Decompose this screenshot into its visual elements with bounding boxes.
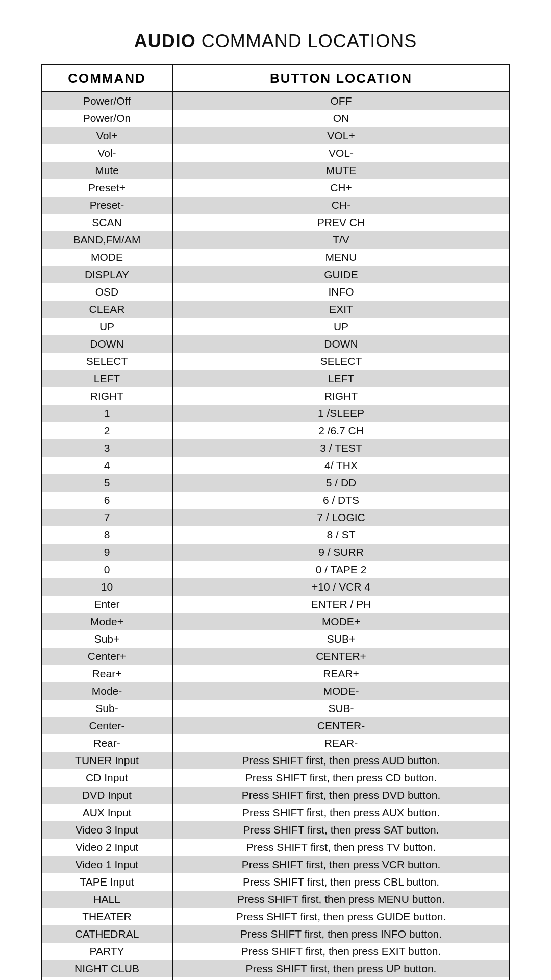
button-location-cell: ON [172, 110, 510, 127]
button-location-cell: 4/ THX [172, 457, 510, 474]
table-row: Vol-VOL- [41, 144, 510, 162]
table-row: NIGHT CLUBPress SHIFT first, then press … [41, 960, 510, 977]
button-location-cell: VOL- [172, 144, 510, 162]
command-cell: Rear+ [41, 665, 172, 682]
table-row: Video 1 InputPress SHIFT first, then pre… [41, 856, 510, 873]
button-location-cell: MODE+ [172, 613, 510, 630]
command-cell: MODE [41, 249, 172, 266]
command-cell: RIGHT [41, 387, 172, 405]
button-location-cell: 3 / TEST [172, 439, 510, 457]
table-row: 88 / ST [41, 526, 510, 544]
command-cell: CHURCH [41, 977, 172, 980]
button-location-cell: Press SHIFT first, then press CD button. [172, 769, 510, 787]
table-row: Video 3 InputPress SHIFT first, then pre… [41, 821, 510, 839]
table-row: Sub+SUB+ [41, 630, 510, 648]
button-location-cell: Press SHIFT first, then press VCR button… [172, 856, 510, 873]
button-location-cell: 6 / DTS [172, 492, 510, 509]
button-location-cell: RIGHT [172, 387, 510, 405]
command-cell: 7 [41, 509, 172, 526]
command-cell: CD Input [41, 769, 172, 787]
button-location-cell: VOL+ [172, 127, 510, 144]
table-row: AUX InputPress SHIFT first, then press A… [41, 804, 510, 821]
table-row: Preset+CH+ [41, 179, 510, 197]
table-row: DVD InputPress SHIFT first, then press D… [41, 787, 510, 804]
button-location-cell: CH- [172, 197, 510, 214]
table-row: Center+CENTER+ [41, 648, 510, 665]
command-cell: SCAN [41, 214, 172, 231]
button-location-cell: Press SHIFT first, then press TV button. [172, 839, 510, 856]
button-location-cell: LEFT [172, 370, 510, 387]
button-location-cell: 5 / DD [172, 474, 510, 492]
button-location-cell: OFF [172, 92, 510, 110]
table-row: CD InputPress SHIFT first, then press CD… [41, 769, 510, 787]
table-row: Rear+REAR+ [41, 665, 510, 682]
button-location-cell: Press SHIFT first, then press CBL button… [172, 873, 510, 891]
table-row: BAND,FM/AMT/V [41, 231, 510, 249]
command-cell: UP [41, 318, 172, 335]
button-location-cell: 1 /SLEEP [172, 405, 510, 422]
command-cell: BAND,FM/AM [41, 231, 172, 249]
button-location-cell: SUB+ [172, 630, 510, 648]
table-row: Sub-SUB- [41, 700, 510, 717]
table-header-row: COMMAND BUTTON LOCATION [41, 65, 510, 92]
command-cell: Sub- [41, 700, 172, 717]
table-row: TUNER InputPress SHIFT first, then press… [41, 752, 510, 769]
command-cell: DOWN [41, 335, 172, 353]
table-row: Preset-CH- [41, 197, 510, 214]
table-row: 44/ THX [41, 457, 510, 474]
table-row: CHURCHPress SHIFT first, then press DOWN… [41, 977, 510, 980]
table-row: Power/OnON [41, 110, 510, 127]
table-row: DOWNDOWN [41, 335, 510, 353]
button-location-cell: REAR+ [172, 665, 510, 682]
command-cell: Mode+ [41, 613, 172, 630]
command-cell: TUNER Input [41, 752, 172, 769]
table-row: SCANPREV CH [41, 214, 510, 231]
button-location-cell: Press SHIFT first, then press UP button. [172, 960, 510, 977]
table-row: Rear-REAR- [41, 734, 510, 752]
command-cell: Video 1 Input [41, 856, 172, 873]
button-location-cell: MENU [172, 249, 510, 266]
table-row: CATHEDRALPress SHIFT first, then press I… [41, 925, 510, 943]
command-cell: HALL [41, 891, 172, 908]
page-title-rest: COMMAND LOCATIONS [196, 31, 417, 52]
command-cell: THEATER [41, 908, 172, 925]
button-location-cell: DOWN [172, 335, 510, 353]
button-location-cell: Press SHIFT first, then press DVD button… [172, 787, 510, 804]
table-row: 66 / DTS [41, 492, 510, 509]
command-cell: Sub+ [41, 630, 172, 648]
command-cell: 9 [41, 544, 172, 561]
command-cell: CLEAR [41, 301, 172, 318]
command-cell: Vol- [41, 144, 172, 162]
table-row: PARTYPress SHIFT first, then press EXIT … [41, 943, 510, 960]
command-cell: Vol+ [41, 127, 172, 144]
button-location-cell: Press SHIFT first, then press AUX button… [172, 804, 510, 821]
table-row: MuteMUTE [41, 162, 510, 179]
table-row: 55 / DD [41, 474, 510, 492]
button-location-cell: GUIDE [172, 266, 510, 283]
table-row: 11 /SLEEP [41, 405, 510, 422]
command-cell: Mute [41, 162, 172, 179]
button-location-cell: 7 / LOGIC [172, 509, 510, 526]
button-location-cell: MODE- [172, 682, 510, 700]
button-location-cell: +10 / VCR 4 [172, 578, 510, 596]
table-row: EnterENTER / PH [41, 596, 510, 613]
button-location-cell: MUTE [172, 162, 510, 179]
table-row: Mode-MODE- [41, 682, 510, 700]
table-row: RIGHTRIGHT [41, 387, 510, 405]
command-cell: Enter [41, 596, 172, 613]
button-location-cell: 0 / TAPE 2 [172, 561, 510, 578]
table-row: Mode+MODE+ [41, 613, 510, 630]
table-row: THEATERPress SHIFT first, then press GUI… [41, 908, 510, 925]
table-row: Power/OffOFF [41, 92, 510, 110]
table-row: OSDINFO [41, 283, 510, 301]
command-cell: NIGHT CLUB [41, 960, 172, 977]
button-location-cell: CENTER- [172, 717, 510, 734]
command-cell: Video 3 Input [41, 821, 172, 839]
command-cell: CATHEDRAL [41, 925, 172, 943]
button-location-cell: 8 / ST [172, 526, 510, 544]
col-button-header: BUTTON LOCATION [172, 65, 510, 92]
table-row: 33 / TEST [41, 439, 510, 457]
command-cell: Center+ [41, 648, 172, 665]
command-cell: Mode- [41, 682, 172, 700]
table-row: 10+10 / VCR 4 [41, 578, 510, 596]
